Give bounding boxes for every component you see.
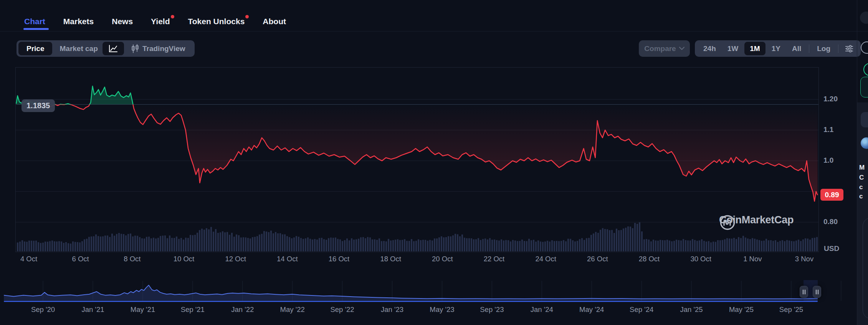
x-axis-label: 18 Oct [380,255,401,263]
range-1m-button[interactable]: 1M [744,42,765,55]
range-1w-button[interactable]: 1W [722,42,744,55]
timeline-label: May '25 [729,305,754,314]
timeline-label: Jan '25 [680,305,703,314]
coinmarketcap-chart-page: Chart Markets News Yield Token Unlocks A… [0,0,868,325]
timeline-label: Sep '24 [630,305,653,314]
chevron-down-icon [679,47,684,50]
text-fragment: c [859,193,863,200]
divider [809,45,809,53]
tab-token-unlocks[interactable]: Token Unlocks [188,17,245,26]
active-tab-underline [23,28,49,30]
notification-dot [245,15,249,18]
timeline-label: Sep '22 [330,305,354,314]
sentiment-card-partial[interactable] [860,77,868,97]
line-chart-style-button[interactable] [103,42,124,55]
card-partial [863,218,868,319]
tab-chart[interactable]: Chart [24,17,45,26]
tab-news[interactable]: News [112,17,133,26]
notification-dot [171,15,174,18]
timeline-label: Sep '20 [31,305,55,314]
x-axis-label: 16 Oct [329,255,350,263]
x-axis-label: 26 Oct [587,255,608,263]
x-axis-label: 3 Nov [795,255,813,263]
price-marketcap-toggle: Price Market cap [17,40,107,57]
timeline-navigator[interactable] [4,280,857,302]
timeline-label: Jan '21 [81,305,104,314]
timeline-label: Jan '22 [231,305,254,314]
right-sidebar-partial: M C c c [857,0,868,325]
x-axis-label: 6 Oct [72,255,89,263]
gauge-icon [861,41,868,54]
tab-markets[interactable]: Markets [63,17,94,26]
tab-news-label: News [112,17,133,26]
candlestick-icon [131,44,139,53]
x-axis-label: 12 Oct [225,255,246,263]
timeline-label: Sep '21 [181,305,205,314]
x-axis-label: 28 Oct [639,255,660,263]
timeline-label: May '24 [579,305,604,314]
range-all-button[interactable]: All [787,42,807,55]
coinmarketcap-logo-icon [719,214,736,231]
x-axis-label: 8 Oct [124,255,141,263]
open-price-badge: 1.1835 [21,99,55,112]
price-chart-canvas [16,68,818,252]
compare-label: Compare [644,45,676,53]
x-axis-label: 14 Oct [277,255,298,263]
x-axis-label: 22 Oct [484,255,505,263]
timeline-label: Jan '24 [531,305,553,314]
sliders-icon [845,45,854,53]
compare-button[interactable]: Compare [639,40,690,57]
timeline-label: May '23 [430,305,454,314]
line-chart-icon [108,45,118,53]
divider [857,31,868,31]
y-axis-label: 1.1 [823,125,833,134]
sentiment-arc-icon [863,63,868,76]
button-partial[interactable] [861,112,868,127]
x-axis-label: 10 Oct [174,255,195,263]
timeline-label: May '22 [280,305,305,314]
log-scale-button[interactable]: Log [812,42,836,55]
tradingview-toggle-button[interactable]: TradingView [124,44,193,53]
marketcap-toggle-button[interactable]: Market cap [52,45,105,53]
y-axis-label: 1.20 [823,95,838,103]
avatar[interactable] [860,12,868,24]
y-axis-unit-label: USD [824,244,839,253]
y-axis-label: 1.0 [823,156,833,165]
range-1y-button[interactable]: 1Y [766,42,786,55]
timeline-label: Sep '25 [779,305,803,314]
x-axis-label: 24 Oct [535,255,556,263]
price-toggle-button[interactable]: Price [18,42,52,55]
last-price-badge: 0.89 [820,189,843,201]
x-axis-label: 1 Nov [743,255,762,263]
tab-about-label: About [263,17,286,26]
x-axis-label: 4 Oct [20,255,37,263]
tab-about[interactable]: About [263,17,286,26]
tab-chart-label: Chart [24,17,45,26]
y-axis-label: 0.80 [823,218,838,226]
price-chart-panel[interactable]: 1.1835 CoinMarketCap [15,67,819,252]
time-range-selector: 24h 1W 1M 1Y All Log [695,40,861,57]
volume-bars [17,223,818,251]
divider [838,45,838,53]
range-slider-left-handle[interactable] [800,286,808,298]
tab-yield-label: Yield [151,17,170,26]
x-axis-label: 30 Oct [690,255,711,263]
chart-settings-button[interactable] [841,45,858,53]
tab-token-unlocks-label: Token Unlocks [188,17,245,26]
coinmarketcap-watermark: CoinMarketCap [719,214,794,226]
tab-bar: Chart Markets News Yield Token Unlocks A… [24,17,286,26]
timeline-label: May '21 [131,305,155,314]
tab-yield[interactable]: Yield [151,17,170,26]
chart-style-toggle: TradingView [101,40,195,57]
text-fragment: C [859,174,864,181]
timeline-label: Jan '23 [381,305,403,314]
divider [0,31,868,31]
x-axis-label: 20 Oct [432,255,453,263]
timeline-label: Sep '23 [480,305,504,314]
text-fragment: c [859,183,863,191]
tab-markets-label: Markets [63,17,94,26]
range-slider-right-handle[interactable] [813,286,821,298]
timeline-canvas [4,280,857,302]
range-24h-button[interactable]: 24h [698,42,721,55]
text-fragment: M [859,164,865,172]
